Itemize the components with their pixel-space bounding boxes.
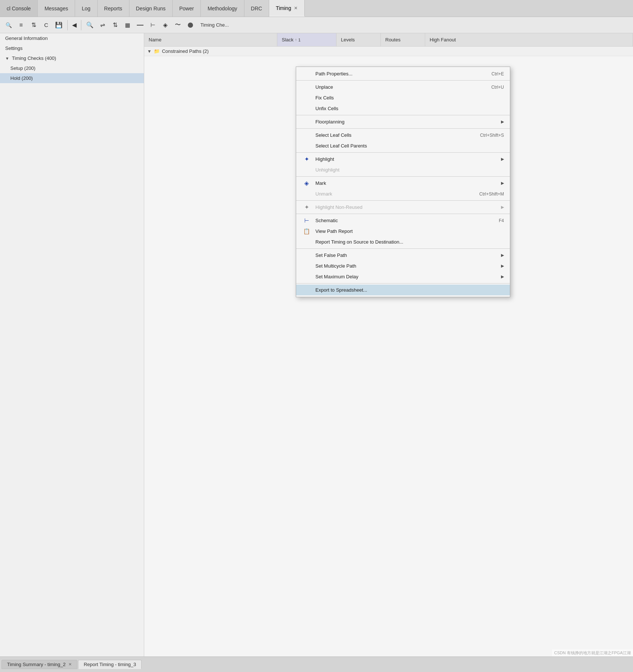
minus-icon: — <box>137 21 143 29</box>
menu-separator-7 <box>296 214 510 214</box>
tab-timing-close[interactable]: ✕ <box>294 6 298 11</box>
view-path-report-icon: 📋 <box>302 228 311 235</box>
refresh-icon: C <box>44 22 48 28</box>
sort2-icon: ⇅ <box>113 21 118 28</box>
col-header-name: Name <box>144 33 277 46</box>
folder-icon: 📁 <box>154 48 160 54</box>
menu-item-set-false-path[interactable]: Set False Path ▶ <box>296 250 510 261</box>
multicycle-path-arrow-icon: ▶ <box>501 264 504 268</box>
schematic-menu-icon: ⊢ <box>302 217 311 224</box>
menu-separator-2 <box>296 115 510 115</box>
menu-item-fix-cells[interactable]: Fix Cells <box>296 92 510 103</box>
menu-item-unhighlight[interactable]: Unhighlight <box>296 164 510 175</box>
highlight-non-reused-arrow-icon: ▶ <box>501 205 504 210</box>
toolbar-collapse-btn[interactable]: ◀ <box>71 20 78 30</box>
toolbar-filter-btn[interactable]: ⇌ <box>97 20 108 30</box>
toolbar-btn-sort[interactable]: ⇅ <box>28 20 39 30</box>
tab-power[interactable]: Power <box>173 0 201 17</box>
menu-item-path-properties[interactable]: Path Properties... Ctrl+E <box>296 68 510 79</box>
main-area: General Information Settings ▼ Timing Ch… <box>0 33 633 656</box>
tab-design-runs[interactable]: Design Runs <box>129 0 173 17</box>
menu-item-mark[interactable]: ◈ Mark ▶ <box>296 178 510 189</box>
toolbar-btn-q[interactable]: 🔍 <box>3 20 14 30</box>
expand-arrow-icon: ▼ <box>5 56 9 61</box>
menu-item-schematic[interactable]: ⊢ Schematic F4 <box>296 215 510 226</box>
highlight-submenu-arrow-icon: ▶ <box>501 157 504 162</box>
sort-ascending-icon: ↑ <box>295 38 297 42</box>
tree-expand-icon: ▼ <box>147 49 152 54</box>
bottom-tab-timing-summary-close[interactable]: ✕ <box>68 662 72 667</box>
toolbar-divider-1 <box>67 20 68 30</box>
maximum-delay-arrow-icon: ▶ <box>501 274 504 279</box>
bottom-tab-bar: Timing Summary - timing_2 ✕ Report Timin… <box>0 656 633 672</box>
col-header-slack[interactable]: Slack ↑ 1 <box>277 33 336 46</box>
tab-timing[interactable]: Timing ✕ <box>269 0 305 17</box>
context-menu: Path Properties... Ctrl+E Unplace Ctrl+U… <box>296 67 510 297</box>
toolbar-divider-2 <box>81 20 81 30</box>
toolbar: 🔍 ≡ ⇅ C 💾 ◀ 🔍 ⇌ ⇅ ▦ — ⊢ ◈ 〜 Timing Ch <box>0 17 633 33</box>
toolbar-btn-c[interactable]: C <box>41 20 52 30</box>
circle-icon <box>188 23 193 28</box>
toolbar-minus-btn[interactable]: — <box>135 20 146 30</box>
menu-item-floorplanning[interactable]: Floorplanning ▶ <box>296 116 510 127</box>
menu-item-unfix-cells[interactable]: Unfix Cells <box>296 103 510 114</box>
col-header-high-fanout: High Fanout <box>425 33 633 46</box>
menu-item-view-path-report[interactable]: 📋 View Path Report <box>296 226 510 237</box>
waveform-icon: 〜 <box>175 21 181 29</box>
tab-cl-console[interactable]: cl Console <box>0 0 38 17</box>
menu-item-set-maximum-delay[interactable]: Set Maximum Delay ▶ <box>296 271 510 282</box>
diamond-icon: ◈ <box>163 21 167 28</box>
menu-item-export-spreadsheet[interactable]: Export to Spreadsheet... <box>296 285 510 295</box>
tab-messages[interactable]: Messages <box>38 0 75 17</box>
toolbar-diamond-btn[interactable]: ◈ <box>160 20 171 30</box>
tab-drc[interactable]: DRC <box>244 0 269 17</box>
toolbar-circle-btn[interactable] <box>185 20 196 30</box>
tab-methodology[interactable]: Methodology <box>201 0 244 17</box>
menu-separator-3 <box>296 128 510 129</box>
right-panel: Name Slack ↑ 1 Levels Routes High Fanout… <box>144 33 633 656</box>
menu-item-report-timing[interactable]: Report Timing on Source to Destination..… <box>296 237 510 247</box>
menu-item-set-multicycle-path[interactable]: Set Multicycle Path ▶ <box>296 261 510 271</box>
menu-item-unplace[interactable]: Unplace Ctrl+U <box>296 82 510 92</box>
toolbar-search-btn[interactable]: 🔍 <box>84 20 95 30</box>
toolbar-wave-btn[interactable]: 〜 <box>172 20 183 30</box>
menu-separator-4 <box>296 152 510 153</box>
left-panel-settings[interactable]: Settings <box>0 43 144 53</box>
toolbar-grid-btn[interactable]: ▦ <box>122 20 133 30</box>
bottom-tab-report-timing[interactable]: Report Timing - timing_3 <box>78 660 142 669</box>
schematic-icon: ⊢ <box>150 22 155 28</box>
mark-submenu-arrow-icon: ▶ <box>501 181 504 186</box>
toolbar-btn-save[interactable]: 💾 <box>53 20 64 30</box>
table-header: Name Slack ↑ 1 Levels Routes High Fanout <box>144 33 633 47</box>
menu-item-unmark[interactable]: Unmark Ctrl+Shift+M <box>296 189 510 199</box>
menu-item-highlight[interactable]: ✦ Highlight ▶ <box>296 154 510 164</box>
toolbar-schema-btn[interactable]: ⊢ <box>147 20 158 30</box>
submenu-arrow-icon: ▶ <box>501 119 504 124</box>
timing-check-label: Timing Che... <box>200 22 229 28</box>
false-path-arrow-icon: ▶ <box>501 253 504 258</box>
tab-log[interactable]: Log <box>75 0 97 17</box>
menu-separator-5 <box>296 176 510 177</box>
menu-separator-9 <box>296 283 510 284</box>
left-panel-setup[interactable]: Setup (200) <box>0 63 144 73</box>
left-panel: General Information Settings ▼ Timing Ch… <box>0 33 144 656</box>
menu-item-select-leaf-cells[interactable]: Select Leaf Cells Ctrl+Shift+S <box>296 130 510 140</box>
search-icon: 🔍 <box>86 21 94 28</box>
left-panel-general-info[interactable]: General Information <box>0 33 144 43</box>
highlight-non-reused-icon: ✦ <box>302 204 311 211</box>
constrained-paths-row[interactable]: ▼ 📁 Constrained Paths (2) <box>144 47 633 56</box>
toolbar-btn-align[interactable]: ≡ <box>16 20 27 30</box>
menu-item-select-leaf-cell-parents[interactable]: Select Leaf Cell Parents <box>296 140 510 151</box>
tab-reports[interactable]: Reports <box>98 0 129 17</box>
highlight-icon: ✦ <box>302 156 311 163</box>
left-panel-timing-checks[interactable]: ▼ Timing Checks (400) <box>0 53 144 63</box>
col-header-routes: Routes <box>381 33 425 46</box>
mark-icon: ◈ <box>302 180 311 187</box>
left-panel-hold[interactable]: Hold (200) <box>0 73 144 83</box>
bottom-tab-timing-summary[interactable]: Timing Summary - timing_2 ✕ <box>1 660 77 669</box>
toolbar-sort-btn[interactable]: ⇅ <box>109 20 121 30</box>
menu-item-highlight-non-reused[interactable]: ✦ Highlight Non-Reused ▶ <box>296 202 510 213</box>
menu-separator-1 <box>296 80 510 81</box>
align-icon: ≡ <box>19 22 23 28</box>
menu-separator-8 <box>296 248 510 249</box>
